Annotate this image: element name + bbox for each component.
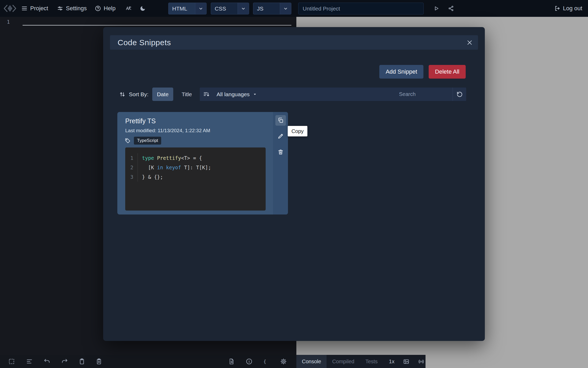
broadcast-icon[interactable] (418, 358, 424, 365)
html-panel-label: HTML (169, 6, 195, 12)
sliders-icon (57, 5, 63, 12)
caret-down-icon (253, 93, 257, 96)
tab-console[interactable]: Console (296, 355, 327, 368)
settings-menu-label: Settings (66, 5, 87, 12)
pencil-icon (277, 133, 284, 139)
edit-snippet-button[interactable] (275, 131, 286, 141)
console-toolbar: Console Compiled Tests 1x (296, 355, 426, 368)
project-menu[interactable]: Project (21, 0, 48, 17)
snippet-search-input[interactable] (395, 88, 453, 101)
chevron-down-icon[interactable] (238, 3, 249, 14)
copy-icon (277, 117, 284, 124)
paste-clipboard-icon[interactable] (96, 358, 102, 365)
snippet-title: Prettify TS (125, 117, 156, 125)
select-all-icon[interactable] (8, 358, 15, 365)
help-menu-label: Help (104, 5, 116, 12)
language-filter-select[interactable]: All languages (213, 88, 261, 101)
language-badge: TypeScript (134, 137, 161, 145)
run-button[interactable] (433, 0, 439, 17)
tab-tests[interactable]: Tests (360, 355, 383, 368)
translate-button[interactable] (125, 0, 132, 17)
language-filter-value: All languages (217, 91, 250, 98)
project-name-input[interactable] (298, 3, 424, 14)
code-line: 2 [K in keyof T]: T[K]; (125, 163, 266, 172)
sort-by-date-button[interactable]: Date (152, 88, 173, 101)
js-panel-label: JS (253, 6, 280, 12)
share-icon (448, 5, 454, 12)
info-icon[interactable] (246, 358, 253, 365)
code-snippets-modal: Code Snippets Add Snippet Delete All Sor… (103, 27, 485, 341)
editor-cursor-line (23, 25, 291, 25)
svg-text:{ }: { } (263, 359, 270, 364)
js-panel-select[interactable]: JS (253, 3, 291, 14)
project-menu-label: Project (30, 5, 48, 12)
undo-icon[interactable] (44, 358, 50, 365)
code-line: 3} & {}; (125, 172, 266, 182)
chevron-down-icon[interactable] (195, 3, 206, 14)
snippet-last-modified: Last modified: 11/13/2024, 1:22:32 AM (125, 128, 210, 134)
tag-icon (125, 138, 131, 144)
logout-label: Log out (563, 5, 582, 12)
logout-button[interactable]: Log out (554, 0, 582, 17)
export-file-icon[interactable] (228, 358, 235, 365)
app-logo[interactable] (3, 0, 17, 17)
sort-direction-button[interactable] (200, 88, 213, 101)
snippet-card[interactable]: Prettify TS Last modified: 11/13/2024, 1… (117, 112, 288, 214)
snippet-tags: TypeScript (125, 137, 161, 145)
moon-icon (140, 5, 146, 12)
help-icon (95, 5, 101, 12)
close-button[interactable] (465, 38, 474, 47)
css-panel-label: CSS (211, 6, 238, 12)
translate-icon (125, 5, 132, 12)
sort-arrows-icon (119, 91, 126, 98)
code-line: 1type Prettify<T> = { (125, 153, 266, 163)
redo-icon[interactable] (61, 358, 68, 365)
modal-actions: Add Snippet Delete All (379, 65, 466, 79)
editor-toolbar: { } (0, 355, 296, 368)
chevron-down-icon[interactable] (280, 3, 291, 14)
delete-snippet-button[interactable] (275, 147, 286, 157)
filter-bar: All languages (200, 88, 466, 101)
settings-menu[interactable]: Settings (57, 0, 87, 17)
refresh-button[interactable] (453, 88, 466, 101)
snippet-action-rail (273, 112, 288, 214)
top-bar: Project Settings Help HTML CSS (0, 0, 588, 17)
braces-icon[interactable]: { } (263, 358, 270, 365)
css-panel-select[interactable]: CSS (211, 3, 249, 14)
modal-header: Code Snippets (110, 35, 478, 50)
copy-snippet-button[interactable] (275, 115, 286, 126)
copy-clipboard-icon[interactable] (78, 358, 85, 365)
code-block: 1type Prettify<T> = {2 [K in keyof T]: T… (125, 147, 266, 211)
zoom-level[interactable]: 1x (389, 359, 395, 365)
refresh-icon (456, 91, 463, 98)
dark-mode-toggle[interactable] (140, 0, 146, 17)
modal-title: Code Snippets (110, 38, 171, 47)
copy-tooltip: Copy (288, 126, 307, 136)
screenshot-icon[interactable] (403, 358, 410, 365)
html-panel-select[interactable]: HTML (168, 3, 207, 14)
add-snippet-button[interactable]: Add Snippet (379, 65, 423, 79)
app-root: Project Settings Help HTML CSS (0, 0, 588, 368)
trash-icon (277, 149, 284, 155)
format-code-icon[interactable] (26, 358, 33, 365)
sort-by-label: Sort By: (129, 91, 149, 98)
help-menu[interactable]: Help (95, 0, 116, 17)
gear-icon[interactable] (280, 358, 287, 365)
close-icon (466, 39, 473, 46)
logout-icon (554, 5, 560, 12)
tab-compiled[interactable]: Compiled (327, 355, 360, 368)
sort-by-title-button[interactable]: Title (177, 88, 197, 101)
share-button[interactable] (448, 0, 454, 17)
code-lines: 1type Prettify<T> = {2 [K in keyof T]: T… (125, 153, 266, 182)
editor-line-number: 1 (7, 19, 10, 25)
delete-all-button[interactable]: Delete All (429, 65, 466, 79)
logo-icon (3, 4, 17, 13)
play-icon (433, 5, 439, 12)
sort-row: Sort By: Date Title All languages (117, 88, 466, 101)
sort-descending-icon (203, 91, 210, 98)
menu-icon (21, 5, 28, 12)
